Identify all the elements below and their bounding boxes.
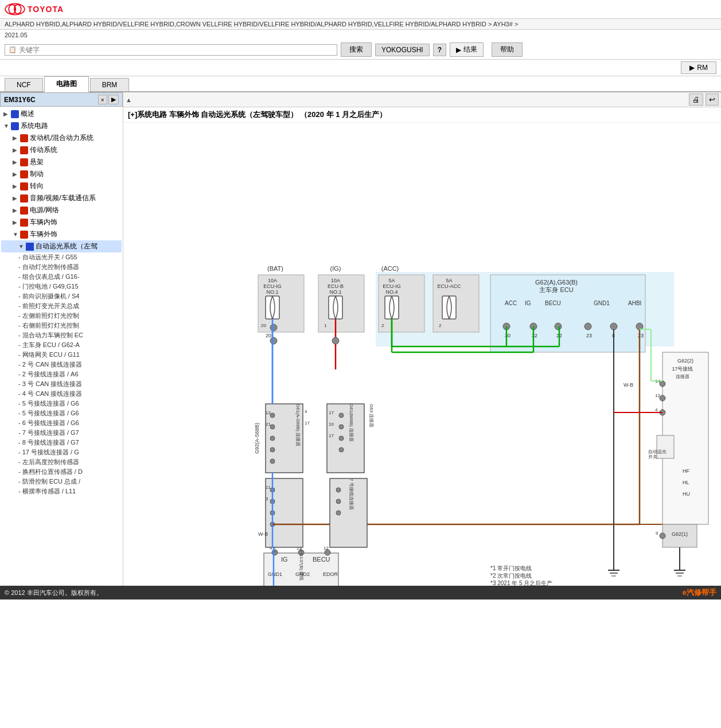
sidebar-dash-item-18[interactable]: - 7 号接线连接器 / G7 [1, 428, 122, 438]
sidebar-item-interior[interactable]: ▶ 车辆内饰 [1, 216, 122, 228]
svg-text:G61(B68B) 连接器: G61(B68B) 连接器 [349, 404, 354, 442]
nav-panel-button[interactable]: ▶ [108, 95, 119, 104]
sidebar-item-overview[interactable]: ▶ 概述 [1, 108, 122, 120]
svg-text:10A: 10A [331, 278, 340, 283]
auto-highbeam-icon [26, 243, 34, 251]
sidebar-dash-item-21[interactable]: - 左后高度控制传感器 [1, 457, 122, 467]
search-wrapper[interactable]: 📋 [5, 44, 337, 56]
tab-ncf[interactable]: NCF [5, 78, 43, 91]
sidebar-dash-item-23[interactable]: - 防滑控制 ECU 总成 / [1, 477, 122, 486]
sidebar-dash-item-9[interactable]: - 主车身 ECU / G62-A [1, 340, 122, 350]
sidebar-dash-item-17[interactable]: - 6 号接线连接器 / G6 [1, 418, 122, 428]
svg-text:NO.1: NO.1 [329, 289, 341, 295]
sidebar-dash-item-8[interactable]: - 混合动力车辆控制 EC [1, 330, 122, 340]
svg-point-94 [270, 436, 275, 441]
sidebar-dash-item-0[interactable]: - 自动远光开关 / G55 [1, 252, 122, 262]
sidebar-dash-item-20[interactable]: - 17 号接线连接器 / G [1, 447, 122, 457]
svg-point-169 [336, 499, 341, 504]
search-input[interactable] [19, 46, 333, 54]
results-button[interactable]: ▶ 结果 [450, 42, 484, 57]
expand-icon: ▶ [13, 195, 18, 201]
svg-text:9: 9 [656, 531, 658, 536]
sidebar-item-engine[interactable]: ▶ 发动机/混合动力系统 [1, 132, 122, 144]
sidebar-item-suspension[interactable]: ▶ 悬架 [1, 156, 122, 168]
svg-text:G61(A-S68B) 连接器: G61(A-S68B) 连接器 [295, 404, 301, 446]
svg-text:10A: 10A [268, 278, 277, 283]
sidebar-dash-item-4[interactable]: - 前向识别摄像机 / S4 [1, 291, 122, 301]
svg-rect-21 [329, 296, 342, 319]
svg-point-146 [660, 533, 665, 539]
svg-point-59 [270, 337, 277, 344]
sidebar-dash-item-2[interactable]: - 组合仪表总成 / G16- [1, 272, 122, 282]
expand-icon: ▶ [13, 135, 18, 141]
svg-text:(IG): (IG) [330, 265, 341, 272]
breadcrumb: ALPHARD HYBRID,ALPHARD HYBRID/VELLFIRE H… [0, 19, 721, 30]
sidebar-dash-item-12[interactable]: - 2 号接线连接器 / A6 [1, 369, 122, 379]
sidebar-dash-item-15[interactable]: - 5 号接线连接器 / G6 [1, 399, 122, 408]
sidebar-dash-item-24[interactable]: - 横摆率传感器 / L11 [1, 486, 122, 496]
svg-rect-16 [266, 296, 279, 319]
sidebar-dash-item-14[interactable]: - 4 号 CAN 接线连接器 [1, 389, 122, 399]
sidebar-dash-item-6[interactable]: - 左侧前照灯灯光控制 [1, 311, 122, 321]
sidebar-header-buttons: × ▶ [98, 95, 119, 104]
year-label: 2021.05 [0, 30, 721, 40]
svg-text:ECU-ACC: ECU-ACC [437, 283, 461, 289]
expand-icon: ▶ [13, 171, 18, 177]
diagram-canvas[interactable]: (BAT) (IG) (ACC) 10A ECU-IG NO.1 20 10A … [123, 123, 720, 586]
svg-rect-131 [657, 435, 674, 458]
tab-brm[interactable]: BRM [90, 78, 130, 91]
sidebar: EM31Y6C × ▶ ▶ 概述 ▼ 系统电路 ▶ [0, 92, 123, 586]
sidebar-item-transmission[interactable]: ▶ 传动系统 [1, 144, 122, 156]
sidebar-dash-item-7[interactable]: - 右侧前照灯灯光控制 [1, 321, 122, 330]
sidebar-dash-item-11[interactable]: - 2 号 CAN 接线连接器 [1, 360, 122, 369]
svg-point-109 [339, 436, 344, 441]
svg-text:11: 11 [266, 485, 271, 490]
svg-point-107 [339, 413, 344, 418]
diagram-area: ▲ 🖨 ↩ [+]系统电路 车辆外饰 自动远光系统（左驾驶车型） （2020 年… [123, 92, 721, 586]
close-panel-button[interactable]: × [98, 95, 107, 104]
help-icon-button[interactable]: ? [433, 44, 446, 56]
svg-point-108 [339, 425, 344, 429]
steering-icon [20, 182, 28, 190]
arrow-icon: ▶ [689, 64, 695, 72]
sidebar-item-system-circuit[interactable]: ▼ 系统电路 [1, 120, 122, 132]
svg-rect-26 [385, 296, 399, 319]
help-button[interactable]: 帮助 [492, 42, 523, 57]
print-button[interactable]: 🖨 [689, 94, 703, 106]
search-button[interactable]: 搜索 [341, 42, 372, 57]
tab-diagram[interactable]: 电路图 [44, 76, 89, 92]
sidebar-item-exterior[interactable]: ▼ 车辆外饰 [1, 228, 122, 240]
sidebar-dash-item-10[interactable]: - 网络网关 ECU / G11 [1, 350, 122, 360]
sidebar-dash-item-22[interactable]: - 换档杆位置传感器 / D [1, 467, 122, 477]
svg-text:32: 32 [532, 333, 537, 338]
svg-text:2: 2 [381, 323, 384, 328]
sidebar-item-steering[interactable]: ▶ 转向 [1, 180, 122, 192]
expand-icon: ▶ [13, 207, 18, 213]
sidebar-item-power[interactable]: ▶ 电源/网络 [1, 204, 122, 216]
expand-icon: ▶ [13, 219, 18, 225]
sidebar-dash-item-5[interactable]: - 前照灯变光开关总成 [1, 301, 122, 311]
svg-text:3: 3 [266, 496, 268, 501]
sidebar-dash-item-16[interactable]: - 5 号接线连接器 / G6 [1, 408, 122, 418]
search-icon: 📋 [9, 46, 17, 53]
sidebar-dash-item-3[interactable]: - 门控电池 / G49,G15 [1, 282, 122, 291]
rm-button[interactable]: ▶ RM [681, 61, 716, 74]
svg-rect-30 [442, 296, 456, 319]
svg-text:*1 常开门按电线: *1 常开门按电线 [490, 565, 532, 571]
sidebar-dash-item-19[interactable]: - 8 号接线连接器 / G7 [1, 438, 122, 447]
power-icon [20, 207, 28, 215]
yokogushi-button[interactable]: YOKOGUSHI [375, 44, 430, 56]
sidebar-dash-item-1[interactable]: - 自动灯光控制传感器 [1, 262, 122, 272]
expand-icon: ▶ [13, 159, 18, 165]
sidebar-item-av[interactable]: ▶ 音频/视频/车载通信系 [1, 192, 122, 204]
diagram-toolbar: ▲ 🖨 ↩ [123, 92, 721, 107]
back-button[interactable]: ↩ [706, 94, 719, 106]
expand-icon: ▶ [13, 183, 18, 189]
svg-text:4: 4 [305, 409, 307, 414]
sidebar-item-auto-highbeam[interactable]: ▼ 自动远光系统（左驾 [1, 240, 122, 252]
svg-text:IG: IG [281, 556, 288, 563]
rm-bar: ▶ RM [0, 60, 721, 76]
sidebar-dash-item-13[interactable]: - 3 号 CAN 接线连接器 [1, 379, 122, 389]
svg-point-96 [270, 459, 275, 464]
sidebar-item-brake[interactable]: ▶ 制动 [1, 168, 122, 180]
